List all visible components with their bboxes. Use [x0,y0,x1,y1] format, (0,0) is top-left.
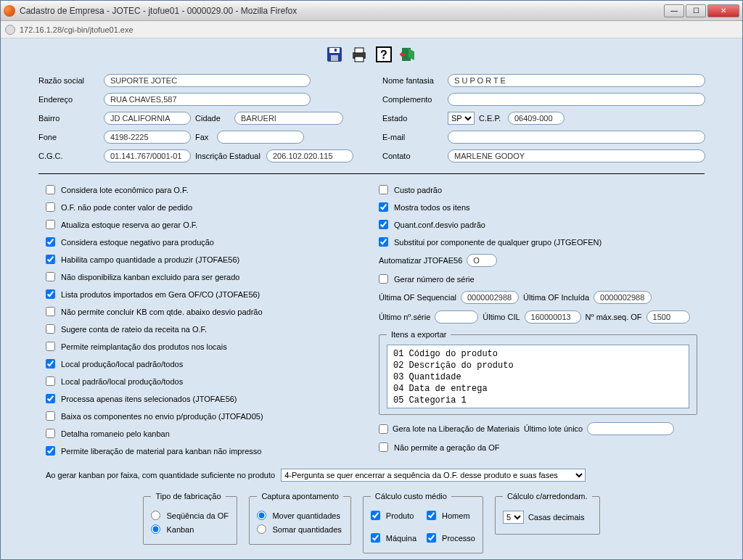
help-button[interactable]: ? [374,44,394,65]
calc-processo-checkbox[interactable] [427,533,436,543]
left-checkbox-5[interactable] [46,272,55,281]
ultima-of-inc-input[interactable] [594,291,652,304]
right-checkbox-0[interactable] [379,185,388,194]
captura-mover-radio[interactable] [257,511,266,520]
estado-select[interactable]: SP [448,112,475,125]
left-checkbox-14[interactable] [46,429,55,438]
cidade-input[interactable] [234,112,343,125]
exit-button[interactable] [398,44,419,65]
maximize-button[interactable]: ☐ [686,4,706,17]
casas-decimais-label: Casas decimais [528,513,585,522]
section-divider [38,173,705,174]
export-item-2[interactable]: 03 Quantidade [390,371,686,383]
email-label: E-mail [382,133,448,141]
cgc-input[interactable] [104,149,191,162]
url-bar: 172.16.1.28/cgi-bin/jtofue01.exe [1,21,742,38]
calc-produto-checkbox[interactable] [371,511,380,520]
print-button[interactable] [349,44,369,65]
email-input[interactable] [448,131,705,144]
tipo-fab-kanban-radio[interactable] [151,524,160,534]
endereco-input[interactable] [104,93,311,106]
export-list[interactable]: 01 Código do produto02 Descrição do prod… [387,345,689,408]
left-checkbox-9[interactable] [46,342,55,351]
right-check-label-0: Custo padrão [394,186,442,194]
cep-input[interactable] [508,112,565,125]
gerar-serie-checkbox[interactable] [379,274,388,284]
ultimo-n-serie-input[interactable] [435,310,478,324]
inscr-input[interactable] [266,149,353,162]
left-check-row-10: Local produção/local padrão/todos [46,358,364,369]
right-check-row-1: Mostra todos os itens [379,202,697,213]
header-form: Razão social Endereço Bairro Cidade Fone [9,73,734,168]
fax-input[interactable] [217,131,304,144]
bairro-label: Bairro [38,114,104,123]
left-check-row-3: Considera estoque negativo para produção [46,236,364,247]
left-checkbox-4[interactable] [46,255,55,264]
save-button[interactable] [324,44,345,65]
tipo-fab-seq-radio[interactable] [151,511,160,520]
casas-decimais-select[interactable]: 5 [503,511,524,524]
contato-input[interactable] [448,149,705,162]
gerar-serie-label: Gerar número de série [394,275,475,284]
nome-fantasia-input[interactable] [448,74,705,87]
ultimo-lote-input[interactable] [587,422,674,435]
automatizar-input[interactable] [467,254,497,267]
fax-label: Fax [195,133,217,141]
content-area: ? Razão social Endereço Bairro Cid [1,38,742,559]
calc-homem-checkbox[interactable] [427,511,436,520]
left-check-label-12: Processa apenas itens selecionados (JTOF… [61,395,237,403]
tipo-fab-legend: Tipo de fabricação [151,492,225,501]
minimize-button[interactable]: — [664,4,684,17]
left-checkbox-1[interactable] [46,202,55,212]
calc-maquina-checkbox[interactable] [371,533,380,543]
left-check-label-4: Habilita campo quantidade a produzir (JT… [61,255,239,264]
main-window: Cadastro de Empresa - JOTEC - jtofue01 -… [0,0,743,560]
fone-input[interactable] [104,131,191,144]
close-button[interactable]: ✕ [707,4,739,17]
calc-maquina-label: Máquina [386,534,416,543]
left-checkbox-6[interactable] [46,289,55,299]
captura-somar-radio[interactable] [257,524,266,534]
left-check-label-0: Considera lote econômico para O.F. [61,186,188,194]
left-checkbox-7[interactable] [46,307,55,316]
left-checkbox-15[interactable] [46,446,55,456]
endereco-label: Endereço [38,95,104,104]
left-checkbox-12[interactable] [46,394,55,403]
export-item-3[interactable]: 04 Data de entrega [390,383,686,395]
left-checkbox-11[interactable] [46,376,55,386]
export-item-4[interactable]: 05 Categoria 1 [390,395,686,406]
captura-mover-label: Mover quantidades [272,511,340,520]
svg-rect-6 [355,57,364,62]
ultimo-cil-input[interactable] [525,310,581,324]
nao-permite-of-checkbox[interactable] [379,442,388,452]
right-checkbox-1[interactable] [379,202,388,212]
left-check-label-2: Atualiza estoque reserva ao gerar O.F. [61,221,197,229]
left-check-row-5: Não disponibiliza kanban excluido para s… [46,271,364,282]
calc-produto-label: Produto [386,511,414,520]
left-checkbox-10[interactable] [46,359,55,368]
svg-rect-3 [334,49,337,52]
export-item-0[interactable]: 01 Código do produto [390,348,686,360]
titlebar: Cadastro de Empresa - JOTEC - jtofue01 -… [1,1,742,21]
left-checkbox-0[interactable] [46,185,55,194]
n-max-seq-of-input[interactable] [646,310,690,324]
left-checkbox-3[interactable] [46,237,55,247]
left-checkbox-2[interactable] [46,220,55,229]
kanban-faixa-select[interactable]: 4-Pergunta se quer encerrar a sequência … [281,469,586,482]
complemento-input[interactable] [448,93,705,106]
left-checkbox-13[interactable] [46,411,55,421]
left-check-row-8: Sugere conta de rateio da receita na O.F… [46,324,364,334]
right-check-label-1: Mostra todos os itens [394,203,470,212]
left-check-row-2: Atualiza estoque reserva ao gerar O.F. [46,219,364,230]
ultimo-n-serie-label: Último nº.série [379,313,430,321]
ultima-of-seq-input[interactable] [461,291,519,304]
right-checkbox-3[interactable] [379,237,388,247]
export-item-1[interactable]: 02 Descrição do produto [390,360,686,371]
left-check-label-14: Detalha romaneio pelo kanban [61,429,170,438]
gera-lote-checkbox[interactable] [379,424,388,434]
right-checkbox-2[interactable] [379,220,388,229]
left-check-label-7: Não permite concluir KB com qtde. abaixo… [61,308,263,316]
left-checkbox-8[interactable] [46,324,55,334]
bairro-input[interactable] [104,112,191,125]
razao-social-input[interactable] [104,74,311,87]
